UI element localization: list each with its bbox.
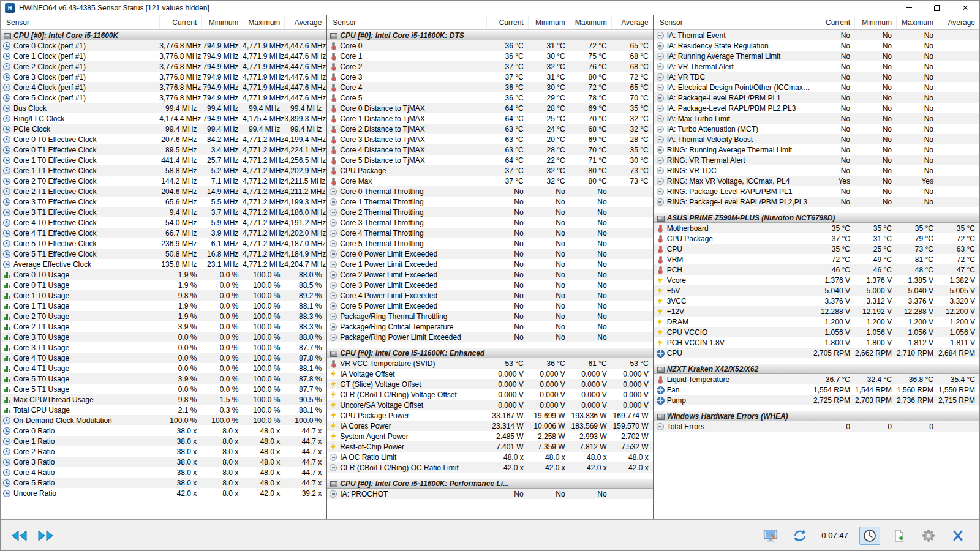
settings-button[interactable] [918,527,939,545]
sensor-row[interactable]: IA: Max Turbo LimitNoNoNo [654,113,979,124]
sensor-row[interactable]: Core 3 Clock (perf #1)3,776.8 MHz794.9 M… [1,72,326,82]
sensor-row[interactable]: Rest-of-Chip Power7.401 W7.359 W7.812 W7… [327,441,652,452]
sensor-row[interactable]: Core 1 Clock (perf #1)3,776.8 MHz794.9 M… [1,51,326,61]
sensor-row[interactable]: Core 1 T0 Usage9.8 %0.0 %100.0 %89.2 % [1,290,326,301]
sensor-row[interactable]: Core 5 Ratio38.0 x8.0 x48.0 x44.7 x [1,478,326,488]
sensor-row[interactable]: IA: Thermal Velocity BoostNoNoNo [654,134,979,144]
sensor-row[interactable]: Core 1 Distance to TjMAX64 °C25 °C70 °C3… [327,113,652,124]
sensor-row[interactable]: Uncore Ratio42.0 x8.0 x42.0 x39.2 x [1,488,326,498]
reset-values-button[interactable] [790,527,810,545]
sensor-row[interactable]: Core 3 T0 Effective Clock65.6 MHz5.5 MHz… [1,197,326,207]
sensor-row[interactable]: CPU VCCIO1.056 V1.056 V1.056 V1.056 V [654,327,979,337]
sensor-row[interactable]: PCH46 °C46 °C48 °C47 °C [654,264,979,275]
sensor-row[interactable]: IA: Running Average Thermal LimitNoNoNo [654,51,979,61]
sensor-row[interactable]: IA Voltage Offset0.000 V0.000 V0.000 V0.… [327,369,652,379]
sensor-row[interactable]: Core 1 Power Limit ExceededNoNoNo [327,259,652,269]
sensor-row[interactable]: IA: VR Thermal AlertNoNoNo [654,61,979,72]
sensor-row[interactable]: Liquid Temperature36.7 °C32.4 °C36.8 °C3… [654,374,979,384]
sensor-row[interactable]: Total CPU Usage2.1 %0.3 %100.0 %88.1 % [1,405,326,415]
sensor-row[interactable]: CPU Package Power33.167 W19.699 W193.836… [327,410,652,421]
remote-monitoring-button[interactable] [760,527,781,545]
sensor-row[interactable]: Core 5 Thermal ThrottlingNoNoNo [327,238,652,249]
sensor-row[interactable]: Core 0 T1 Effective Clock89.5 MHz3.4 MHz… [1,144,326,155]
sensor-row[interactable]: IA: Residency State RegulationNoNoNo [654,40,979,51]
sensor-row[interactable]: System Agent Power2.485 W2.258 W2.993 W2… [327,431,652,441]
sensor-row[interactable]: Core 3 Distance to TjMAX63 °C20 °C69 °C2… [327,134,652,144]
minimize-button[interactable] [895,1,923,15]
sensor-row[interactable]: RING: Package-Level RAPL/PBM PL1NoNoNo [654,186,979,197]
sensor-row[interactable]: Core 036 °C31 °C72 °C65 °C [327,40,652,51]
sensor-row[interactable]: Core 337 °C31 °C80 °C72 °C [327,72,652,82]
sensor-row[interactable]: IA: Package-Level RAPL/PBM PL2,PL3NoNoNo [654,103,979,113]
sensor-row[interactable]: Core Max37 °C32 °C80 °C73 °C [327,176,652,186]
sensor-row[interactable]: Core 0 T0 Usage1.9 %0.0 %100.0 %88.0 % [1,269,326,280]
sensor-row[interactable]: Core 3 T1 Effective Clock9.4 MHz3.7 MHz4… [1,207,326,217]
clock-button[interactable] [859,527,880,545]
sensor-row[interactable]: CPU Package37 °C32 °C80 °C73 °C [327,165,652,176]
sensor-row[interactable]: Core 0 Distance to TjMAX64 °C28 °C69 °C3… [327,103,652,113]
sensor-row[interactable]: Core 5 T0 Usage3.9 %0.0 %100.0 %87.8 % [1,373,326,384]
section-header[interactable]: Windows Hardware Errors (WHEA) [654,411,979,421]
sensor-row[interactable]: Average Effective Clock135.8 MHz23.1 MHz… [1,259,326,269]
sensor-row[interactable]: Fan1,554 RPM1,544 RPM1,560 RPM1,550 RPM [654,384,979,395]
sensor-row[interactable]: PCH VCCIN 1.8V1.800 V1.800 V1.812 V1.811… [654,337,979,348]
sensor-row[interactable]: IA Cores Power23.314 W10.006 W183.569 W1… [327,421,652,431]
sensor-row[interactable]: Core 0 Power Limit ExceededNoNoNo [327,249,652,259]
sensor-row[interactable]: Core 4 T1 Usage0.0 %0.0 %100.0 %88.1 % [1,363,326,373]
section-header[interactable]: CPU [#0]: Intel Core i5-11600K: Performa… [327,478,652,489]
scroll-left-button[interactable] [8,526,31,545]
sensor-row[interactable]: Core 4 Distance to TjMAX63 °C28 °C70 °C3… [327,144,652,155]
sensor-row[interactable]: IA: Thermal EventNoNoNo [654,30,979,40]
sensor-row[interactable]: Core 5 Distance to TjMAX64 °C22 °C71 °C3… [327,155,652,165]
sensor-row[interactable]: Max CPU/Thread Usage9.8 %1.5 %100.0 %90.… [1,394,326,405]
sensor-row[interactable]: Core 2 T0 Usage1.9 %0.0 %100.0 %88.3 % [1,311,326,321]
sensor-row[interactable]: Core 2 T1 Effective Clock204.6 MHz14.9 M… [1,186,326,197]
maximize-button[interactable] [923,1,951,15]
sensor-row[interactable]: +5V5.040 V5.000 V5.040 V5.005 V [654,285,979,296]
sensor-row[interactable]: Core 4 Ratio38.0 x8.0 x48.0 x44.7 x [1,467,326,478]
sensor-row[interactable]: Bus Clock99.4 MHz99.4 MHz99.4 MHz99.4 MH… [1,103,326,113]
close-sensors-button[interactable] [948,527,968,545]
sensor-row[interactable]: RING: Max VR Voltage, ICCmax, PL4YesNoYe… [654,176,979,186]
logging-button[interactable] [889,527,910,545]
sensor-row[interactable]: Package/Ring Critical TemperatureNoNoNo [327,321,652,332]
sensor-row[interactable]: Core 3 T1 Usage0.0 %0.0 %100.0 %87.7 % [1,342,326,353]
sensor-row[interactable]: Ring/LLC Clock4,174.4 MHz794.9 MHz4,175.… [1,113,326,124]
scroll-right-button[interactable] [34,526,57,545]
sensor-row[interactable]: Core 2 Distance to TjMAX63 °C24 °C68 °C3… [327,124,652,134]
close-window-button[interactable]: × [951,1,979,15]
sensor-row[interactable]: IA: Turbo Attenuation (MCT)NoNoNo [654,124,979,134]
sensor-row[interactable]: Core 0 T0 Effective Clock207.6 MHz84.2 M… [1,134,326,144]
section-header[interactable]: CPU [#0]: Intel Core i5-11600K: Enhanced [327,348,652,358]
sensor-row[interactable]: Total Errors000 [654,421,979,432]
sensor-row[interactable]: Core 136 °C30 °C75 °C68 °C [327,51,652,61]
sensor-row[interactable]: Vcore1.376 V1.376 V1.385 V1.382 V [654,275,979,285]
sensor-row[interactable]: Core 1 T1 Usage1.9 %0.0 %100.0 %88.1 % [1,301,326,311]
sensor-row[interactable]: Core 4 Power Limit ExceededNoNoNo [327,290,652,301]
sensor-row[interactable]: Core 2 Thermal ThrottlingNoNoNo [327,207,652,217]
sensor-row[interactable]: Core 2 Power Limit ExceededNoNoNo [327,269,652,280]
sensor-row[interactable]: Motherboard35 °C35 °C35 °C35 °C [654,223,979,233]
sensor-row[interactable]: Core 5 T1 Usage0.0 %0.0 %100.0 %87.7 % [1,384,326,394]
sensor-row[interactable]: Core 237 °C32 °C76 °C68 °C [327,61,652,72]
sensor-row[interactable]: GT (Slice) Voltage Offset0.000 V0.000 V0… [327,379,652,389]
sensor-row[interactable]: VRM72 °C49 °C81 °C72 °C [654,254,979,264]
sensor-row[interactable]: Core 0 T1 Usage1.9 %0.0 %100.0 %88.5 % [1,280,326,290]
sensor-row[interactable]: Core 4 T0 Usage0.0 %0.0 %100.0 %87.8 % [1,353,326,363]
sensor-row[interactable]: Core 1 Ratio38.0 x8.0 x48.0 x44.7 x [1,436,326,446]
section-header[interactable]: NZXT Kraken X42/X52/X62 [654,364,979,374]
sensor-row[interactable]: Core 1 T1 Effective Clock58.8 MHz5.2 MHz… [1,165,326,176]
sensor-row[interactable]: Core 3 Thermal ThrottlingNoNoNo [327,217,652,228]
sensor-row[interactable]: IA: Package-Level RAPL/PBM PL1NoNoNo [654,92,979,103]
sensor-row[interactable]: Package/Ring Power Limit ExceededNoNoNo [327,332,652,342]
sensor-row[interactable]: Core 4 T1 Effective Clock66.7 MHz3.9 MHz… [1,228,326,238]
sensor-row[interactable]: Core 0 Ratio38.0 x8.0 x48.0 x44.7 x [1,425,326,436]
sensor-row[interactable]: +12V12.288 V12.192 V12.288 V12.200 V [654,306,979,317]
sensor-row[interactable]: Core 1 T0 Effective Clock441.4 MHz25.7 M… [1,155,326,165]
sensor-row[interactable]: IA OC Ratio Limit48.0 x48.0 x48.0 x48.0 … [327,452,652,462]
section-header[interactable]: CPU [#0]: Intel Core i5-11600K [1,30,326,40]
sensor-row[interactable]: DRAM1.200 V1.200 V1.200 V1.200 V [654,317,979,327]
sensor-row[interactable]: Uncore/SA Voltage Offset0.000 V0.000 V0.… [327,400,652,410]
sensor-row[interactable]: CPU Package37 °C31 °C79 °C72 °C [654,233,979,244]
sensor-row[interactable]: RING: VR Thermal AlertNoNoNo [654,155,979,165]
